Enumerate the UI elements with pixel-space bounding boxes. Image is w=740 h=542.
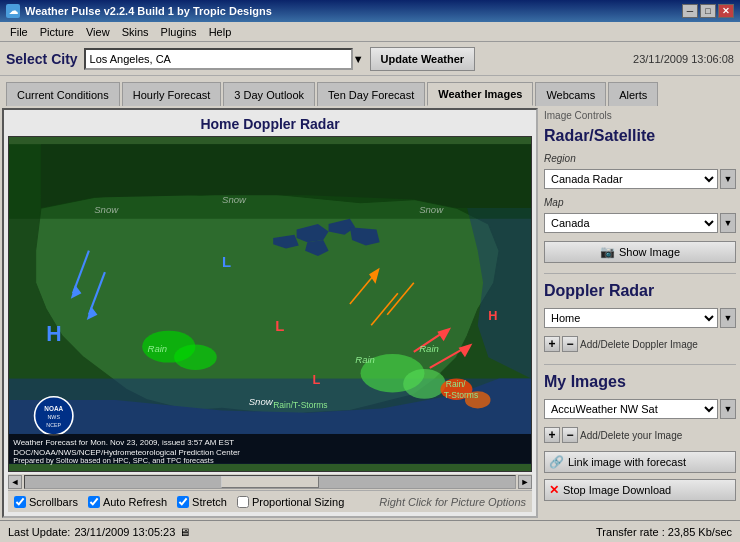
maximize-button[interactable]: □ [700,4,716,18]
title-bar: ☁ Weather Pulse v2.2.4 Build 1 by Tropic… [0,0,740,22]
update-weather-button[interactable]: Update Weather [370,47,476,71]
app-title: Weather Pulse v2.2.4 Build 1 by Tropic D… [25,5,682,17]
svg-text:NWS: NWS [48,414,61,420]
my-images-dropdown-button[interactable]: ▼ [720,399,736,419]
scroll-left-button[interactable]: ◄ [8,475,22,489]
svg-text:NOAA: NOAA [44,405,63,412]
svg-point-17 [403,369,446,399]
auto-refresh-checkbox[interactable] [88,496,100,508]
tab-3day-outlook[interactable]: 3 Day Outlook [223,82,315,106]
bottom-options-bar: Scrollbars Auto Refresh Stretch Proporti… [8,490,532,512]
scrollbars-option[interactable]: Scrollbars [14,496,78,508]
tab-current-conditions[interactable]: Current Conditions [6,82,120,106]
map-select[interactable]: Canada [544,213,718,233]
link-forecast-button[interactable]: 🔗 Link image with forecast [544,451,736,473]
image-controls-label: Image Controls [544,110,736,121]
menu-skins[interactable]: Skins [116,24,155,40]
app-icon: ☁ [6,4,20,18]
radar-satellite-title: Radar/Satellite [544,127,736,145]
tab-ten-day-forecast[interactable]: Ten Day Forecast [317,82,425,106]
add-image-button[interactable]: + [544,427,560,443]
right-panel: Image Controls Radar/Satellite Region Ca… [540,106,740,520]
svg-text:Rain/: Rain/ [446,379,467,389]
minimize-button[interactable]: ─ [682,4,698,18]
stretch-checkbox[interactable] [177,496,189,508]
scroll-track[interactable] [24,475,516,489]
add-delete-images-label: Add/Delete your Image [580,430,736,441]
window-controls: ─ □ ✕ [682,4,734,18]
city-input[interactable] [84,48,353,70]
radar-image-container: H L L L H Snow Snow Snow Snow Rain Rain … [8,136,532,472]
menu-plugins[interactable]: Plugins [155,24,203,40]
svg-text:L: L [222,254,231,270]
transfer-rate: Transfer rate : 23,85 Kb/sec [596,526,732,538]
datetime-display: 23/11/2009 13:06:08 [633,53,734,65]
proportional-sizing-checkbox[interactable] [237,496,249,508]
svg-text:Rain: Rain [355,354,375,365]
add-doppler-button[interactable]: + [544,336,560,352]
close-button[interactable]: ✕ [718,4,734,18]
top-controls: Select City ▼ Update Weather 23/11/2009 … [0,42,740,76]
delete-image-button[interactable]: − [562,427,578,443]
x-icon: ✕ [549,483,559,497]
svg-text:Rain: Rain [147,343,167,354]
link-icon: 🔗 [549,455,564,469]
auto-refresh-option[interactable]: Auto Refresh [88,496,167,508]
main-content: Home Doppler Radar [0,106,740,520]
add-delete-doppler-label: Add/Delete Doppler Image [580,339,736,350]
divider-1 [544,273,736,274]
tab-webcams[interactable]: Webcams [535,82,606,106]
doppler-title: Doppler Radar [544,282,736,300]
region-select[interactable]: Canada Radar [544,169,718,189]
region-row: Canada Radar ▼ [544,169,736,189]
scroll-right-button[interactable]: ► [518,475,532,489]
menu-bar: File Picture View Skins Plugins Help [0,22,740,42]
radar-scrollbar: ◄ ► [8,474,532,490]
svg-text:Rain/T-Storms: Rain/T-Storms [273,400,327,410]
svg-text:L: L [313,372,321,387]
radar-map-svg: H L L L H Snow Snow Snow Snow Rain Rain … [9,137,531,471]
radar-title: Home Doppler Radar [8,114,532,136]
proportional-sizing-option[interactable]: Proportional Sizing [237,496,344,508]
svg-point-15 [174,344,217,370]
scrollbars-checkbox[interactable] [14,496,26,508]
menu-picture[interactable]: Picture [34,24,80,40]
menu-help[interactable]: Help [203,24,238,40]
doppler-row: Home ▼ [544,308,736,328]
my-images-title: My Images [544,373,736,391]
radar-panel: Home Doppler Radar [2,108,538,518]
svg-text:Rain: Rain [419,343,439,354]
svg-text:NCEP: NCEP [46,422,61,428]
show-image-button[interactable]: 📷 Show Image [544,241,736,263]
menu-file[interactable]: File [4,24,34,40]
tab-hourly-forecast[interactable]: Hourly Forecast [122,82,222,106]
add-delete-doppler-row: + − Add/Delete Doppler Image [544,336,736,352]
city-dropdown-button[interactable]: ▼ [353,53,364,65]
add-delete-images-row: + − Add/Delete your Image [544,427,736,443]
my-images-select[interactable]: AccuWeather NW Sat [544,399,718,419]
svg-text:T-Storms: T-Storms [444,390,479,400]
last-update-label: Last Update: [8,526,70,538]
doppler-select[interactable]: Home [544,308,718,328]
tab-alerts[interactable]: Alerts [608,82,658,106]
doppler-dropdown-button[interactable]: ▼ [720,308,736,328]
svg-text:H: H [488,308,497,323]
svg-text:L: L [275,318,284,334]
menu-view[interactable]: View [80,24,116,40]
region-dropdown-button[interactable]: ▼ [720,169,736,189]
map-label: Map [544,197,736,208]
region-label: Region [544,153,736,164]
svg-text:Snow: Snow [249,396,274,407]
map-dropdown-button[interactable]: ▼ [720,213,736,233]
stretch-option[interactable]: Stretch [177,496,227,508]
scroll-thumb[interactable] [221,476,319,488]
tab-weather-images[interactable]: Weather Images [427,82,533,106]
select-city-label: Select City [6,51,78,67]
city-input-wrap: ▼ [84,48,364,70]
delete-doppler-button[interactable]: − [562,336,578,352]
my-images-row: AccuWeather NW Sat ▼ [544,399,736,419]
map-row: Canada ▼ [544,213,736,233]
stop-download-button[interactable]: ✕ Stop Image Download [544,479,736,501]
last-update-value: 23/11/2009 13:05:23 [74,526,175,538]
status-bar: Last Update: 23/11/2009 13:05:23 🖥 Trans… [0,520,740,542]
